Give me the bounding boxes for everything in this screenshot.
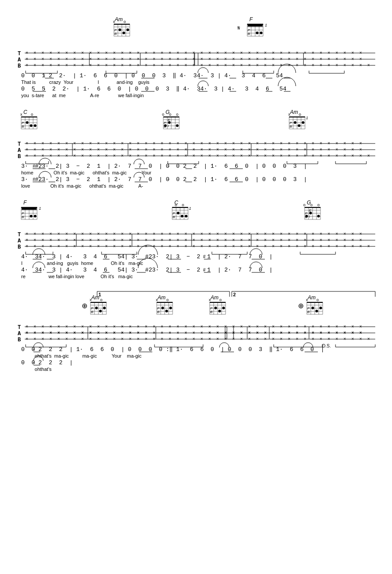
music-score xyxy=(13,9,379,565)
page xyxy=(0,0,392,574)
